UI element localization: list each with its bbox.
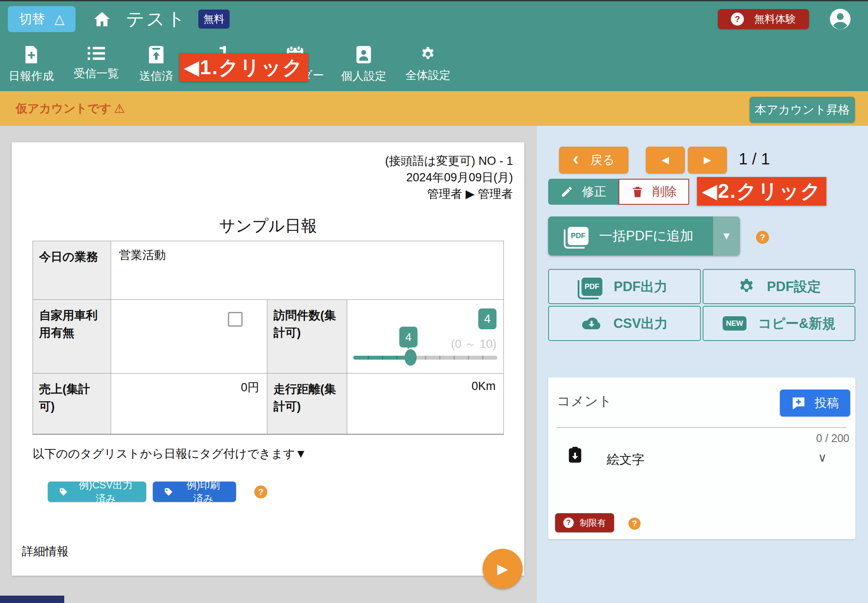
back-label: 戻る — [590, 152, 615, 168]
window-top-edge — [0, 0, 868, 1]
nav-item-personal-settings[interactable]: 個人設定 — [341, 46, 386, 84]
chevron-down-icon: ∨ — [818, 450, 827, 465]
pdf-stack-icon: PDF — [582, 278, 602, 296]
chevron-left-icon: ‹ — [573, 150, 579, 168]
comment-char-counter: 0 / 200 — [816, 432, 849, 445]
pdf-export-button[interactable]: PDF PDF出力 — [548, 269, 701, 304]
details-label: 詳細情報 — [22, 544, 69, 559]
divider — [557, 427, 847, 428]
prev-report-button[interactable]: ◀ — [646, 147, 685, 174]
free-trial-label: 無料体験 — [754, 12, 796, 26]
bulk-pdf-dropdown[interactable]: ▼ — [713, 216, 740, 256]
slider-thumb[interactable] — [404, 349, 417, 366]
action-label: コピー&新規 — [758, 315, 835, 333]
nav-label: 個人設定 — [341, 69, 386, 84]
tag-label: 例)CSV出力済み — [77, 478, 135, 505]
visits-slider[interactable] — [353, 356, 497, 360]
nav-item-sent[interactable]: 送信済 — [139, 46, 173, 84]
bulk-pdf-button[interactable]: PDF 一括PDFに追加 ▼ — [548, 216, 740, 256]
tag-csv-exported[interactable]: 例)CSV出力済み — [48, 482, 146, 502]
warning-text: 仮アカウントです — [16, 101, 111, 116]
field-label-car: 自家用車利用有無 — [33, 300, 111, 374]
app-title: テスト — [126, 7, 187, 31]
next-report-button[interactable]: ▶ — [688, 147, 727, 174]
page-indicator: 1 / 1 — [739, 150, 770, 168]
tag-icon — [59, 486, 68, 498]
edit-label: 修正 — [582, 184, 606, 200]
emoji-dropdown[interactable]: 絵文字 ∨ — [548, 446, 855, 475]
warning-icon: ⚠ — [114, 102, 125, 116]
nav-item-global-settings[interactable]: 全体設定 — [405, 46, 450, 83]
file-plus-icon — [24, 46, 39, 63]
action-label: CSV出力 — [613, 315, 668, 333]
switch-label: 切替 — [19, 10, 45, 28]
tutorial-callout-step1: ◀1.クリック — [179, 53, 308, 82]
post-comment-button[interactable]: 投稿 — [780, 390, 850, 416]
new-badge-icon: NEW — [723, 316, 747, 331]
field-label-visits: 訪問件数(集計可) — [267, 300, 347, 374]
report-number: (接頭語は変更可) NO - 1 — [385, 153, 513, 169]
comment-card: コメント 投稿 0 / 200 絵文字 ∨ ? 制限有 ? — [548, 377, 855, 539]
field-value-visits: 4 (0 ～ 10) 4 — [347, 300, 504, 374]
plan-badge: 無料 — [198, 10, 230, 29]
switch-button[interactable]: 切替 △ — [8, 6, 76, 32]
back-button[interactable]: ‹ 戻る — [559, 147, 628, 174]
car-use-checkbox[interactable] — [228, 312, 243, 327]
clipboard-down-icon — [568, 447, 582, 465]
emoji-label: 絵文字 — [607, 451, 644, 469]
nav-item-inbox-list[interactable]: 受信一覧 — [74, 46, 119, 81]
tag-icon — [164, 486, 173, 498]
edit-button[interactable]: 修正 — [548, 179, 618, 205]
side-action-panel: ‹ 戻る ◀ ▶ 1 / 1 修正 削除 ◀2.クリック PDF 一括PDFに追… — [537, 126, 868, 603]
nav-item-report-create[interactable]: 日報作成 — [9, 46, 54, 84]
home-icon[interactable] — [93, 10, 111, 28]
limit-help-icon[interactable]: ? — [628, 518, 641, 530]
dropdown-arrow-icon: ▼ — [721, 230, 732, 242]
main-content-area: (接頭語は変更可) NO - 1 2024年09月09日(月) 管理者 ▶ 管理… — [0, 126, 537, 603]
report-title: サンプル日報 — [12, 215, 524, 237]
main-nav: 日報作成 受信一覧 送信済 カレンダー 個人設定 全体設定 ◀1.クリック — [0, 38, 868, 91]
action-label: PDF出力 — [614, 278, 667, 296]
gear-icon — [737, 278, 756, 296]
delete-button[interactable]: 削除 — [618, 179, 689, 205]
field-label-sales: 売上(集計可) — [33, 374, 111, 434]
upgrade-account-button[interactable]: 本アカウント昇格 — [750, 97, 855, 123]
gear-icon — [420, 46, 436, 62]
help-icon: ? — [731, 13, 744, 26]
user-avatar-icon[interactable] — [829, 8, 852, 30]
bulk-pdf-help-icon[interactable]: ? — [756, 231, 769, 244]
tags-row: 例)CSV出力済み 例)印刷済み ? — [48, 482, 267, 502]
post-label: 投稿 — [815, 395, 839, 411]
box-upload-icon — [149, 46, 164, 63]
limit-info-button[interactable]: ? 制限有 — [555, 513, 614, 532]
free-trial-button[interactable]: ? 無料体験 — [718, 9, 809, 29]
message-plus-icon — [791, 396, 806, 410]
delete-label: 削除 — [653, 184, 677, 200]
action-grid: PDF PDF出力 PDF設定 CSV出力 NEW コピー&新規 — [548, 269, 855, 341]
tag-hint-text: 以下ののタグリストから日報にタグ付けできます▼ — [33, 446, 306, 462]
report-table: 今日の業務 営業活動 自家用車利用有無 訪問件数(集計可) 4 (0 ～ 10)… — [33, 241, 504, 435]
next-page-fab[interactable]: ▶ — [483, 549, 523, 589]
report-route: 管理者 ▶ 管理者 — [385, 186, 513, 202]
tag-printed[interactable]: 例)印刷済み — [153, 482, 236, 502]
action-label: PDF設定 — [767, 278, 821, 296]
copy-new-button[interactable]: NEW コピー&新規 — [703, 306, 855, 341]
csv-export-button[interactable]: CSV出力 — [548, 306, 701, 341]
cloud-download-icon — [581, 316, 602, 331]
id-badge-icon — [356, 46, 371, 63]
pdf-stack-icon: PDF — [568, 227, 589, 245]
bottom-left-strip — [0, 596, 64, 603]
visits-range-label: (0 ～ 10) — [451, 336, 496, 352]
warning-message: 仮アカウントです ⚠ — [16, 101, 125, 116]
tag-label: 例)印刷済み — [182, 478, 225, 505]
field-label-today: 今日の業務 — [33, 241, 111, 300]
tags-help-icon[interactable]: ? — [254, 485, 267, 498]
bulk-pdf-main[interactable]: PDF 一括PDFに追加 — [548, 216, 713, 256]
temp-account-warning-bar: 仮アカウントです ⚠ 本アカウント昇格 — [0, 91, 868, 126]
pdf-settings-button[interactable]: PDF設定 — [703, 269, 855, 304]
visits-value-badge: 4 — [478, 308, 496, 329]
report-date: 2024年09月09日(月) — [385, 169, 513, 186]
field-value-distance: 0Km — [347, 374, 504, 434]
nav-label: 日報作成 — [9, 69, 54, 84]
comment-input[interactable]: コメント — [557, 392, 722, 418]
